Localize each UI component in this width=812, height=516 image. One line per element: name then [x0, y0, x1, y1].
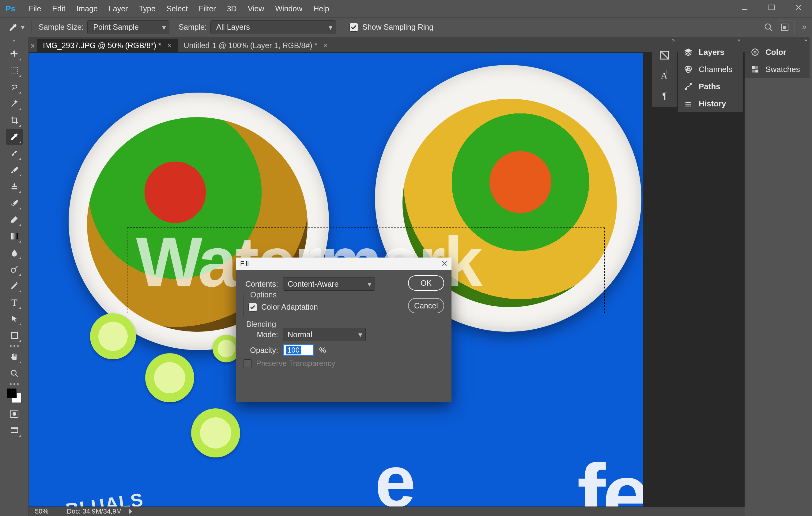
crop-tool[interactable]	[6, 112, 23, 128]
tool-preset-caret[interactable]: ▾	[21, 23, 25, 32]
panel-icon-styles[interactable]	[656, 47, 673, 64]
doc-size[interactable]: Doc: 34,9M/34,9M	[67, 508, 122, 515]
quick-mask-tool[interactable]	[6, 406, 23, 422]
paths-icon	[683, 82, 693, 91]
eraser-tool[interactable]	[6, 212, 23, 227]
opacity-input[interactable]: 100	[283, 344, 314, 356]
active-tool-icon[interactable]	[7, 22, 19, 33]
close-icon[interactable]: ×	[168, 42, 172, 49]
opacity-value: 100	[286, 346, 301, 354]
mode-value: Normal	[288, 330, 313, 339]
menu-view[interactable]: View	[242, 0, 270, 17]
svg-point-2	[765, 24, 771, 29]
options-overflow-caret[interactable]: »	[802, 22, 807, 31]
expand-toolbox-icon[interactable]: »	[0, 37, 28, 45]
lime-slice	[191, 408, 240, 457]
menu-help[interactable]: Help	[308, 0, 335, 17]
magic-wand-tool[interactable]	[6, 96, 23, 112]
options-bar: ▾ Sample Size: Point Sample ▾ Sample: Al…	[0, 17, 812, 37]
zoom-tool[interactable]	[6, 365, 23, 381]
hand-tool[interactable]	[6, 349, 23, 365]
minimize-button[interactable]	[731, 0, 758, 15]
panel-label: Paths	[699, 82, 720, 91]
close-icon[interactable]	[441, 260, 448, 267]
cancel-button[interactable]: Cancel	[408, 298, 444, 313]
expand-tabs-icon[interactable]: »	[29, 38, 37, 52]
tab-title: Untitled-1 @ 100% (Layer 1, RGB/8#) *	[184, 41, 318, 50]
menu-layer[interactable]: Layer	[103, 0, 134, 17]
svg-rect-4	[783, 26, 786, 29]
shape-tool[interactable]	[6, 327, 23, 344]
lasso-tool[interactable]	[6, 79, 23, 95]
clone-stamp-tool[interactable]	[6, 179, 23, 194]
collapse-panels-icon[interactable]: »	[678, 37, 743, 44]
panel-channels[interactable]: Channels	[678, 61, 743, 78]
blur-tool[interactable]	[6, 245, 23, 261]
screen-mode-button[interactable]	[778, 21, 795, 34]
panel-icon-character[interactable]: A|	[656, 67, 673, 84]
tab-inactive[interactable]: Untitled-1 @ 100% (Layer 1, RGB/8#) * ×	[178, 38, 334, 52]
spot-heal-tool[interactable]	[6, 145, 23, 161]
mode-select[interactable]: Normal ▾	[283, 328, 366, 341]
type-tool[interactable]	[6, 294, 23, 310]
dialog-titlebar[interactable]: Fill	[236, 257, 452, 270]
menu-window[interactable]: Window	[269, 0, 308, 17]
pen-tool[interactable]	[6, 278, 23, 294]
lime-slice	[90, 313, 136, 359]
zoom-level[interactable]: 50%	[35, 508, 49, 515]
show-sampling-ring-checkbox[interactable]	[349, 23, 358, 32]
panel-history[interactable]: History	[678, 95, 743, 112]
eyedropper-tool[interactable]	[6, 129, 23, 145]
svg-rect-0	[742, 9, 747, 10]
close-button[interactable]	[785, 0, 812, 15]
search-icon[interactable]	[762, 21, 775, 34]
menu-select[interactable]: Select	[161, 0, 193, 17]
panel-dock-right: » Color Swatches	[745, 37, 810, 78]
dialog-title: Fill	[240, 260, 249, 268]
menu-type[interactable]: Type	[133, 0, 161, 17]
menu-image[interactable]: Image	[71, 0, 103, 17]
svg-point-11	[11, 370, 16, 375]
panel-label: Swatches	[765, 65, 800, 74]
panel-swatches[interactable]: Swatches	[745, 61, 810, 78]
panel-layers[interactable]: Layers	[678, 44, 743, 61]
color-adaptation-checkbox[interactable]	[249, 303, 257, 311]
opacity-label: Opacity:	[243, 346, 283, 355]
sample-layers-select[interactable]: All Layers ▾	[210, 20, 336, 34]
menu-3d[interactable]: 3D	[222, 0, 242, 17]
collapse-panels-icon[interactable]: »	[745, 37, 810, 44]
svg-rect-10	[11, 332, 18, 338]
svg-rect-24	[686, 106, 691, 107]
preserve-transparency-label: Preserve Transparency	[256, 359, 335, 368]
screen-mode-tool[interactable]	[6, 423, 23, 438]
options-legend: Options	[248, 290, 279, 299]
panel-paths[interactable]: Paths	[678, 78, 743, 95]
panel-color[interactable]: Color	[745, 44, 810, 61]
channels-icon	[683, 64, 693, 74]
history-brush-tool[interactable]	[6, 195, 23, 211]
mode-label: Mode:	[243, 330, 283, 339]
menu-filter[interactable]: Filter	[193, 0, 222, 17]
menu-file[interactable]: File	[23, 0, 47, 17]
panel-label: Channels	[699, 65, 732, 74]
sample-size-select[interactable]: Point Sample ▾	[87, 20, 169, 34]
panel-icon-paragraph[interactable]: ¶	[656, 87, 673, 104]
rect-marquee-tool[interactable]	[6, 62, 23, 79]
ok-button[interactable]: OK	[408, 275, 444, 291]
menu-edit[interactable]: Edit	[47, 0, 71, 17]
svg-rect-23	[686, 104, 691, 106]
dodge-tool[interactable]	[6, 261, 23, 277]
contents-select[interactable]: Content-Aware ▾	[283, 277, 375, 291]
maximize-button[interactable]	[758, 0, 785, 15]
move-tool[interactable]	[6, 46, 23, 62]
close-icon[interactable]: ×	[323, 42, 327, 49]
tab-title: IMG_2937.JPG @ 50% (RGB/8*) *	[43, 41, 162, 50]
gradient-tool[interactable]	[6, 228, 23, 244]
tab-active[interactable]: IMG_2937.JPG @ 50% (RGB/8*) * ×	[37, 38, 178, 52]
color-swatches[interactable]	[7, 388, 22, 403]
path-select-tool[interactable]	[6, 311, 23, 327]
collapse-panels-icon[interactable]: »	[652, 37, 677, 44]
brush-tool[interactable]	[6, 162, 23, 178]
status-flyout-icon[interactable]	[129, 509, 132, 514]
history-icon	[683, 99, 693, 109]
